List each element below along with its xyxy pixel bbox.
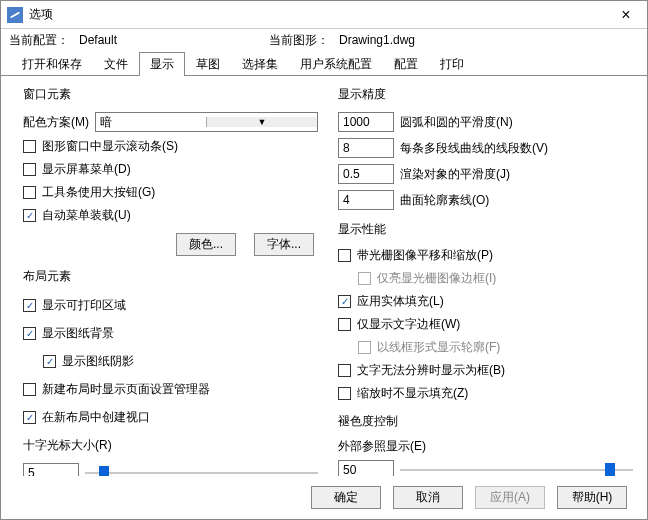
- auto-menu-load-label: 自动菜单装载(U): [42, 207, 131, 224]
- tab-open-save[interactable]: 打开和保存: [11, 52, 93, 76]
- config-info-row: 当前配置： Default 当前图形： Drawing1.dwg: [1, 29, 647, 51]
- create-viewport-label: 在新布局中创建视口: [42, 409, 150, 426]
- apply-solid-fill-checkbox[interactable]: ✓: [338, 295, 351, 308]
- chevron-down-icon: ▼: [206, 117, 317, 127]
- right-column: 显示精度 1000圆弧和圆的平滑度(N) 8每条多段线曲线的线段数(V) 0.5…: [338, 84, 633, 472]
- crosshair-size-input[interactable]: 5: [23, 463, 79, 476]
- highlight-raster-frame-checkbox: [358, 272, 371, 285]
- show-paper-shadow-checkbox[interactable]: ✓: [43, 355, 56, 368]
- text-frame-only-checkbox[interactable]: [338, 318, 351, 331]
- apply-solid-fill-label: 应用实体填充(L): [357, 293, 444, 310]
- crosshair-row: 5: [23, 463, 318, 476]
- auto-menu-load-checkbox[interactable]: ✓: [23, 209, 36, 222]
- color-scheme-select[interactable]: 暗 ▼: [95, 112, 318, 132]
- tab-drafting[interactable]: 草图: [185, 52, 231, 76]
- window-elements-title: 窗口元素: [23, 86, 318, 103]
- show-screen-menu-checkbox[interactable]: [23, 163, 36, 176]
- show-printable-label: 显示可打印区域: [42, 297, 126, 314]
- pan-zoom-raster-label: 带光栅图像平移和缩放(P): [357, 247, 493, 264]
- show-screen-menu-label: 显示屏幕菜单(D): [42, 161, 131, 178]
- tabstrip: 打开和保存 文件 显示 草图 选择集 用户系统配置 配置 打印: [1, 51, 647, 76]
- apply-button[interactable]: 应用(A): [475, 486, 545, 509]
- tab-user-prefs[interactable]: 用户系统配置: [289, 52, 383, 76]
- current-config-label: 当前配置：: [9, 32, 69, 49]
- new-layout-page-mgr-label: 新建布局时显示页面设置管理器: [42, 381, 210, 398]
- xref-display-input[interactable]: 50: [338, 460, 394, 476]
- tab-selection[interactable]: 选择集: [231, 52, 289, 76]
- render-smoothness-label: 渲染对象的平滑度(J): [400, 166, 510, 183]
- help-button[interactable]: 帮助(H): [557, 486, 627, 509]
- polyline-segs-input[interactable]: 8: [338, 138, 394, 158]
- new-layout-page-mgr-checkbox[interactable]: [23, 383, 36, 396]
- left-column: 窗口元素 配色方案(M) 暗 ▼ 图形窗口中显示滚动条(S) 显示屏幕菜单(D)…: [23, 84, 318, 472]
- highlight-raster-frame-label: 仅亮显光栅图像边框(I): [377, 270, 496, 287]
- toolbar-large-buttons-checkbox[interactable]: [23, 186, 36, 199]
- show-scrollbars-checkbox[interactable]: [23, 140, 36, 153]
- titlebar: 选项 ×: [1, 1, 647, 29]
- show-paper-bg-checkbox[interactable]: ✓: [23, 327, 36, 340]
- text-as-box-checkbox[interactable]: [338, 364, 351, 377]
- tab-files[interactable]: 文件: [93, 52, 139, 76]
- colors-button[interactable]: 颜色...: [176, 233, 236, 256]
- tab-plot[interactable]: 打印: [429, 52, 475, 76]
- arc-smoothness-input[interactable]: 1000: [338, 112, 394, 132]
- arc-smoothness-label: 圆弧和圆的平滑度(N): [400, 114, 513, 131]
- no-fill-on-zoom-label: 缩放时不显示填充(Z): [357, 385, 468, 402]
- current-drawing-value: Drawing1.dwg: [339, 33, 479, 47]
- dialog-footer: 确定 取消 应用(A) 帮助(H): [1, 476, 647, 519]
- toolbar-large-buttons-label: 工具条使用大按钮(G): [42, 184, 155, 201]
- display-performance-title: 显示性能: [338, 221, 633, 238]
- show-scrollbars-label: 图形窗口中显示滚动条(S): [42, 138, 178, 155]
- cancel-button[interactable]: 取消: [393, 486, 463, 509]
- app-icon: [7, 7, 23, 23]
- show-printable-checkbox[interactable]: ✓: [23, 299, 36, 312]
- content-area: 窗口元素 配色方案(M) 暗 ▼ 图形窗口中显示滚动条(S) 显示屏幕菜单(D)…: [1, 76, 647, 476]
- show-paper-bg-label: 显示图纸背景: [42, 325, 114, 342]
- create-viewport-checkbox[interactable]: ✓: [23, 411, 36, 424]
- wireframe-silhouette-label: 以线框形式显示轮廓(F): [377, 339, 500, 356]
- current-drawing-label: 当前图形：: [269, 32, 329, 49]
- wireframe-silhouette-checkbox: [358, 341, 371, 354]
- close-icon[interactable]: ×: [611, 6, 641, 24]
- fonts-button[interactable]: 字体...: [254, 233, 314, 256]
- options-dialog: 选项 × 当前配置： Default 当前图形： Drawing1.dwg 打开…: [0, 0, 648, 520]
- ok-button[interactable]: 确定: [311, 486, 381, 509]
- contour-lines-label: 曲面轮廓素线(O): [400, 192, 489, 209]
- polyline-segs-label: 每条多段线曲线的线段数(V): [400, 140, 548, 157]
- xref-display-slider[interactable]: [400, 461, 633, 476]
- fade-control-title: 褪色度控制: [338, 413, 633, 430]
- window-title: 选项: [29, 6, 611, 23]
- display-resolution-title: 显示精度: [338, 86, 633, 103]
- text-frame-only-label: 仅显示文字边框(W): [357, 316, 460, 333]
- crosshair-size-slider[interactable]: [85, 464, 318, 476]
- color-scheme-value: 暗: [96, 114, 206, 131]
- render-smoothness-input[interactable]: 0.5: [338, 164, 394, 184]
- current-config-value: Default: [79, 33, 259, 47]
- tab-display[interactable]: 显示: [139, 52, 185, 76]
- show-paper-shadow-label: 显示图纸阴影: [62, 353, 134, 370]
- layout-elements-title: 布局元素: [23, 268, 318, 285]
- color-scheme-row: 配色方案(M) 暗 ▼: [23, 112, 318, 132]
- crosshair-size-label: 十字光标大小(R): [23, 437, 318, 454]
- no-fill-on-zoom-checkbox[interactable]: [338, 387, 351, 400]
- contour-lines-input[interactable]: 4: [338, 190, 394, 210]
- pan-zoom-raster-checkbox[interactable]: [338, 249, 351, 262]
- xref-display-label: 外部参照显示(E): [338, 438, 633, 455]
- color-scheme-label: 配色方案(M): [23, 114, 89, 131]
- text-as-box-label: 文字无法分辨时显示为框(B): [357, 362, 505, 379]
- tab-profiles[interactable]: 配置: [383, 52, 429, 76]
